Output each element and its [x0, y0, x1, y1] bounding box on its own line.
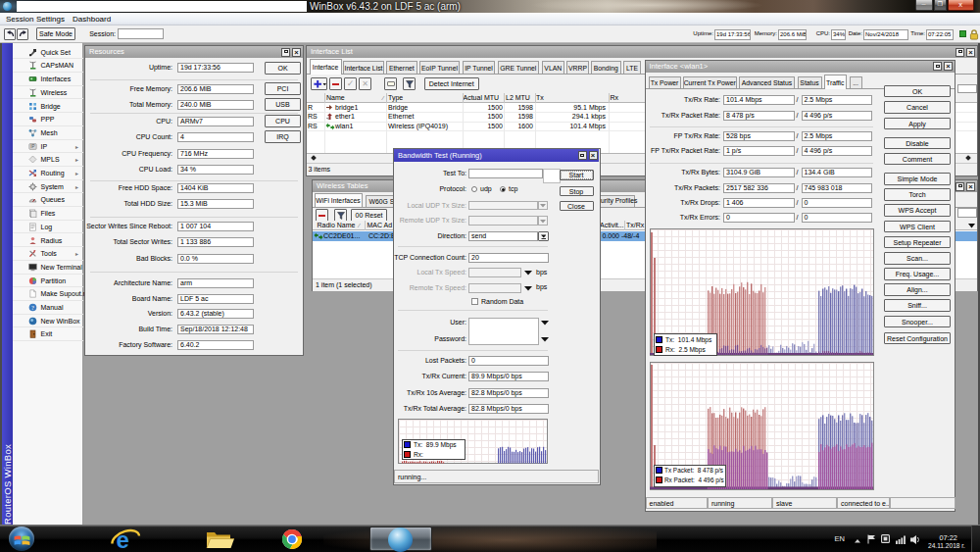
svg-text:?: ?	[31, 304, 34, 311]
svg-text:IP: IP	[30, 144, 34, 149]
